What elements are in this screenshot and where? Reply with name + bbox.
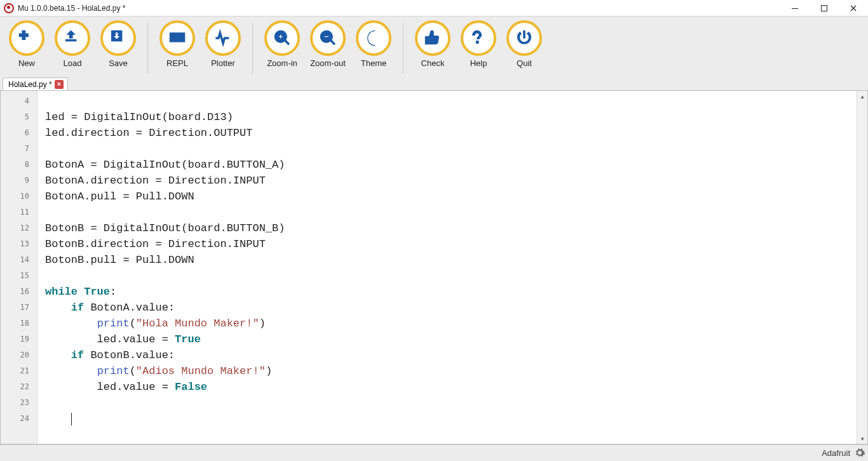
code-line[interactable]	[45, 93, 867, 109]
line-number: 23	[1, 395, 37, 411]
code-line[interactable]: led.value = True	[45, 331, 867, 347]
check-button[interactable]: Check	[410, 20, 456, 68]
toolbar-label: Plotter	[211, 58, 235, 68]
line-number: 5	[1, 109, 37, 125]
toolbar-label: Zoom-out	[310, 58, 346, 68]
scroll-up-icon[interactable]: ▴	[857, 91, 868, 102]
editor[interactable]: 456789101112131415161718192021222324 led…	[0, 90, 868, 444]
code-line[interactable]: led.value = False	[45, 379, 867, 395]
question-icon	[461, 20, 496, 56]
window-title: Mu 1.0.0.beta.15 - HolaLed.py *	[18, 4, 125, 13]
tabstrip: HolaLed.py * ×	[0, 76, 868, 90]
code-line[interactable]: print("Hola Mundo Maker!")	[45, 316, 867, 331]
svg-rect-0	[792, 8, 798, 9]
toolbar-label: Load	[64, 58, 82, 68]
code-line[interactable]	[45, 411, 867, 427]
toolbar-label: Save	[109, 58, 128, 68]
line-number: 20	[1, 347, 37, 363]
status-mode: Adafruit	[822, 448, 850, 458]
code-line[interactable]: led.direction = Direction.OUTPUT	[45, 125, 867, 141]
toolbar-label: REPL	[166, 58, 188, 68]
load-icon	[55, 20, 90, 56]
line-number: 17	[1, 300, 37, 316]
plus-icon	[9, 20, 44, 56]
toolbar-label: New	[18, 58, 35, 68]
svg-rect-1	[822, 5, 827, 11]
save-button[interactable]: Save	[95, 20, 141, 68]
line-number: 8	[1, 157, 37, 173]
help-button[interactable]: Help	[456, 20, 501, 68]
code-line[interactable]: BotonB.direction = Direction.INPUT	[45, 236, 867, 252]
new-button[interactable]: New	[4, 20, 50, 68]
code-line[interactable]	[45, 395, 867, 411]
toolbar-label: Theme	[361, 58, 386, 68]
toolbar: NewLoadSaveREPLPlotterZoom-inZoom-outThe…	[0, 17, 868, 76]
line-number: 24	[1, 411, 37, 427]
quit-button[interactable]: Quit	[501, 20, 547, 68]
tab-close-icon[interactable]: ×	[55, 80, 64, 89]
code-line[interactable]: BotonA.direction = Direction.INPUT	[45, 173, 867, 189]
zoomout-button[interactable]: Zoom-out	[305, 20, 351, 68]
close-button[interactable]	[839, 0, 868, 17]
plotter-button[interactable]: Plotter	[200, 20, 246, 68]
load-button[interactable]: Load	[50, 20, 95, 68]
zoomout-icon	[310, 20, 346, 56]
scrollbar[interactable]: ▴ ▾	[857, 91, 867, 444]
code-line[interactable]: BotonA.pull = Pull.DOWN	[45, 189, 867, 204]
line-number: 11	[1, 204, 37, 220]
scroll-down-icon[interactable]: ▾	[857, 433, 868, 444]
tab-holaled[interactable]: HolaLed.py * ×	[3, 77, 68, 90]
line-number: 7	[1, 141, 37, 157]
code-line[interactable]: BotonB = DigitalInOut(board.BUTTON_B)	[45, 220, 867, 236]
code-line[interactable]: while True:	[45, 284, 867, 300]
keyboard-icon	[159, 20, 195, 56]
toolbar-label: Help	[470, 58, 487, 68]
line-number: 12	[1, 220, 37, 236]
code-line[interactable]: print("Adios Mundo Maker!")	[45, 363, 867, 379]
tab-label: HolaLed.py *	[8, 80, 52, 89]
code-line[interactable]: led = DigitalInOut(board.D13)	[45, 109, 867, 125]
line-number: 19	[1, 331, 37, 347]
maximize-button[interactable]	[810, 0, 839, 17]
line-number: 9	[1, 173, 37, 189]
code-line[interactable]	[45, 204, 867, 220]
toolbar-separator	[252, 23, 253, 74]
code-line[interactable]	[45, 268, 867, 284]
code-line[interactable]	[45, 141, 867, 157]
moon-icon	[356, 20, 391, 56]
line-number: 18	[1, 316, 37, 331]
zoomin-icon	[264, 20, 300, 56]
code-area[interactable]: led = DigitalInOut(board.D13)led.directi…	[37, 91, 867, 444]
code-line[interactable]: BotonA = DigitalInOut(board.BUTTON_A)	[45, 157, 867, 173]
line-number: 16	[1, 284, 37, 300]
line-number: 15	[1, 268, 37, 284]
toolbar-separator	[147, 23, 148, 74]
line-number: 22	[1, 379, 37, 395]
line-number: 4	[1, 93, 37, 109]
line-number: 21	[1, 363, 37, 379]
zoomin-button[interactable]: Zoom-in	[259, 20, 305, 68]
thumb-icon	[415, 20, 451, 56]
power-icon	[506, 20, 542, 56]
gear-icon[interactable]	[854, 447, 865, 458]
line-number: 10	[1, 189, 37, 204]
toolbar-label: Check	[421, 58, 445, 68]
pulse-icon	[205, 20, 241, 56]
save-icon	[100, 20, 136, 56]
line-number: 6	[1, 125, 37, 141]
theme-button[interactable]: Theme	[351, 20, 397, 68]
code-line[interactable]: if BotonA.value:	[45, 300, 867, 316]
statusbar: Adafruit	[0, 444, 868, 460]
gutter: 456789101112131415161718192021222324	[1, 91, 37, 444]
line-number: 14	[1, 252, 37, 268]
code-line[interactable]: if BotonB.value:	[45, 347, 867, 363]
toolbar-label: Quit	[517, 58, 532, 68]
minimize-button[interactable]	[780, 0, 810, 17]
line-number: 13	[1, 236, 37, 252]
repl-button[interactable]: REPL	[154, 20, 200, 68]
app-icon	[4, 3, 14, 13]
code-line[interactable]: BotonB.pull = Pull.DOWN	[45, 252, 867, 268]
toolbar-separator	[403, 23, 403, 74]
text-cursor	[71, 413, 72, 425]
toolbar-label: Zoom-in	[267, 58, 297, 68]
